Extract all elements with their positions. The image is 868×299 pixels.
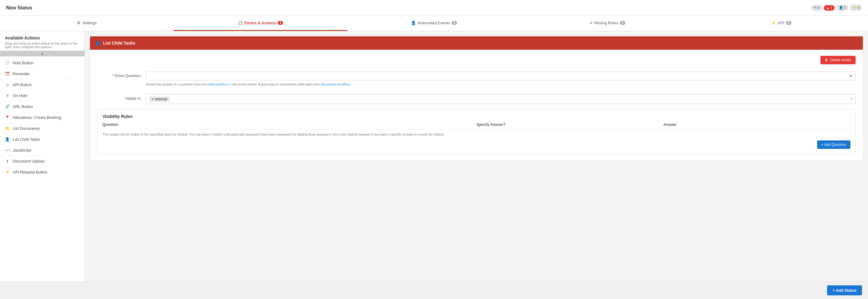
bottom-bar: + Add Status [0,281,868,299]
tags-clear-button[interactable]: × [850,96,853,102]
card-header-title: List Child Tasks [103,41,135,46]
list-child-tasks-icon: 👤 [5,137,10,142]
action-item-allocations[interactable]: 📍 Allocations: Create Booking [0,112,85,123]
col-answer: Answer [663,122,850,127]
icon-badge-2: ▲ 1 [824,5,835,10]
action-label-reminder: Reminder [13,71,30,76]
actions-list: 📄 Note Button ⏰ Reminder ◎ API Button ⏸ … [0,56,85,293]
tab-settings[interactable]: ⚙ Settings [0,16,174,31]
show-question-content: Shows the answer to a question from the … [146,71,856,87]
action-label-list-documents: List Documents [13,126,40,131]
left-panel-header: Available Actions Drag and drop an actio… [0,31,85,51]
add-status-button[interactable]: + Add Status [827,286,862,295]
tag-label: Internal [155,97,167,101]
api-button-icon: ◎ [5,83,10,87]
on-hold-icon: ⏸ [5,93,10,98]
left-panel: Available Actions Drag and drop an actio… [0,31,85,299]
action-label-list-child-tasks: List Child Tasks [13,137,40,142]
action-label-note-button: Note Button [13,61,34,65]
reminder-icon: ⏰ [5,71,10,76]
visible-to-tags-input[interactable]: × Internal × [146,94,856,104]
card-header-icon: 👤 [95,41,101,46]
add-question-button[interactable]: + Add Question [817,141,850,149]
visibility-columns: Question Specify Answer? Answer [102,122,850,129]
api-icon: ⚡ [771,21,776,25]
visibility-rules-title: Visibility Rules [102,114,850,119]
show-question-label: * Show Question [97,71,146,78]
scroll-up-button[interactable]: ▲ [0,51,85,56]
card-body: 🗑 Delete Action * Show Question Sho [90,50,863,160]
action-label-api-request-button: API Request Button [13,170,47,174]
internal-tag: × Internal [149,96,169,102]
main-layout: Available Actions Drag and drop an actio… [0,31,868,299]
automated-events-icon: 👤 [411,21,416,25]
action-item-api-button[interactable]: ◎ API Button [0,80,85,90]
list-child-tasks-card: 👤 List Child Tasks 🗑 Delete Action * Sho… [90,36,863,160]
visible-to-label: Visible to [97,94,146,101]
action-item-note-button[interactable]: 📄 Note Button [0,58,85,68]
action-label-javascript: JavaScript [13,148,31,152]
forms-actions-badge: 1 [278,21,283,25]
moving-rules-badge: 0 [620,21,625,25]
action-label-on-hold: On Hold [13,93,27,98]
action-label-api-button: API Button [13,83,32,87]
action-item-url-button[interactable]: 🔗 URL Button [0,101,85,112]
tabs: ⚙ Settings 📋 Forms & Actions 1 👤 Automat… [0,16,868,31]
settings-icon: ⚙ [77,21,81,25]
document-upload-icon: ⬆ [5,159,10,163]
action-item-on-hold[interactable]: ⏸ On Hold [0,90,85,101]
show-question-row: * Show Question Shows the answer to a qu… [97,69,856,87]
action-item-javascript[interactable]: </> JavaScript [0,145,85,156]
visibility-hint: This widget will be visible to the speci… [102,132,850,137]
col-specify-answer: Specify Answer? [476,122,663,127]
url-button-icon: 🔗 [5,104,10,109]
delete-icon: 🗑 [825,58,828,62]
visible-to-row: Visible to × Internal × [97,92,856,104]
note-button-icon: 📄 [5,61,10,65]
parent-workflow-link[interactable]: the parent workflow. [321,83,351,86]
page-title: New Status [6,5,32,10]
tag-remove-icon[interactable]: × [152,97,154,101]
forms-icon: 📋 [238,21,243,25]
tab-moving-rules[interactable]: ≡ Moving Rules 0 [521,16,694,31]
tab-api[interactable]: ⚡ API 0 [694,16,868,31]
available-actions-title: Available Actions [5,35,80,40]
action-item-list-child-tasks[interactable]: 👤 List Child Tasks [0,134,85,145]
action-label-allocations: Allocations: Create Booking [13,115,61,120]
action-label-document-upload: Document Upload [13,159,44,163]
visibility-rules-section: Visibility Rules Question Specify Answer… [97,109,856,154]
javascript-icon: </> [5,148,10,152]
action-label-url-button: URL Button [13,104,33,109]
top-bar: New Status ✎ 0 ▲ 1 👤 0 ⚡ 0 [0,0,868,16]
icon-badge-1: ✎ 0 [811,5,822,10]
list-documents-icon: 📁 [5,126,10,131]
action-item-reminder[interactable]: ⏰ Reminder [0,68,85,80]
delete-action-button[interactable]: 🗑 Delete Action [820,56,856,64]
api-badge: 0 [786,21,791,25]
automated-events-badge: 0 [452,21,457,25]
available-actions-subtitle: Drag and drop an action below to the are… [5,41,80,49]
col-question: Question [102,122,476,127]
action-item-document-upload[interactable]: ⬆ Document Upload [0,156,85,167]
show-question-hint: Shows the answer to a question from the … [146,82,856,87]
icon-badge-3: 👤 0 [836,5,848,10]
moving-rules-icon: ≡ [590,21,592,25]
tab-forms-actions[interactable]: 📋 Forms & Actions 1 [174,16,347,31]
action-item-list-documents[interactable]: 📁 List Documents [0,123,85,134]
show-question-select[interactable] [146,71,856,80]
top-bar-icons: ✎ 0 ▲ 1 👤 0 ⚡ 0 [811,5,862,10]
right-panel: 👤 List Child Tasks 🗑 Delete Action * Sho… [85,31,868,299]
action-item-api-request-button[interactable]: ⚡ API Request Button [0,167,85,178]
tab-automated-events[interactable]: 👤 Automated Events 0 [347,16,521,31]
icon-badge-4: ⚡ 0 [850,5,862,10]
child-workflow-link[interactable]: child workflow [207,83,227,86]
api-request-button-icon: ⚡ [5,170,10,174]
card-header: 👤 List Child Tasks [90,36,863,50]
visible-to-content: × Internal × [146,94,856,104]
allocations-icon: 📍 [5,115,10,120]
